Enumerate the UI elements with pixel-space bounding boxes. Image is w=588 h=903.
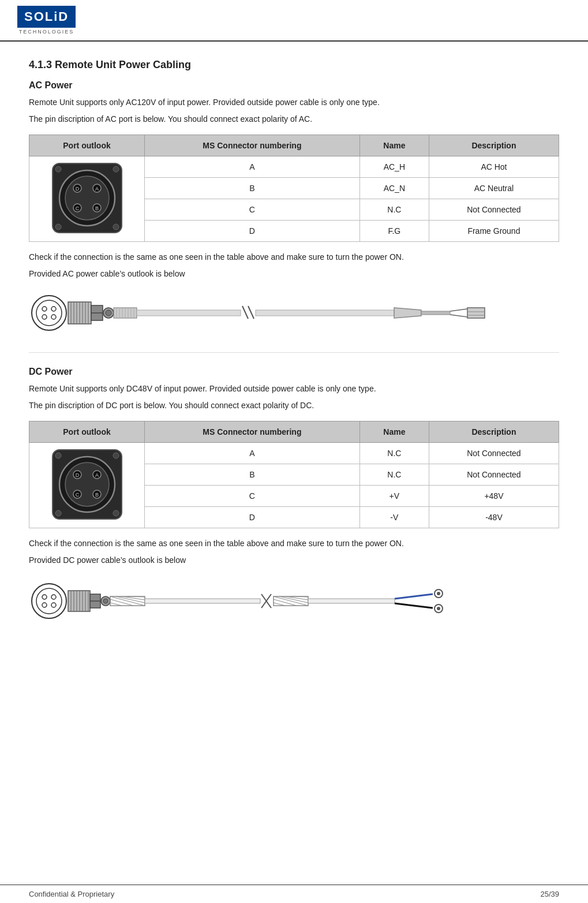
ac-row4-name: F.G bbox=[359, 221, 429, 242]
svg-rect-44 bbox=[256, 310, 394, 316]
section-title: 4.1.3 Remote Unit Power Cabling bbox=[29, 59, 559, 71]
svg-point-108 bbox=[437, 607, 440, 610]
svg-point-106 bbox=[437, 592, 440, 595]
ac-row2-connector: B bbox=[145, 178, 360, 199]
ac-col-connector: MS Connector numbering bbox=[145, 135, 360, 156]
svg-point-84 bbox=[103, 599, 108, 603]
ac-cable-image bbox=[29, 292, 559, 335]
svg-point-14 bbox=[113, 224, 119, 230]
svg-rect-49 bbox=[467, 308, 485, 318]
ac-cable-text: Provided AC power cable’s outlook is bel… bbox=[29, 268, 559, 280]
dc-row4-connector: D bbox=[145, 507, 360, 528]
dc-row2-name: N.C bbox=[359, 464, 429, 486]
ac-connector-svg: A B C D bbox=[47, 158, 128, 238]
ac-row3-connector: C bbox=[145, 199, 360, 221]
svg-point-20 bbox=[51, 315, 56, 319]
svg-text:C: C bbox=[75, 492, 79, 498]
ac-row1-name: AC_H bbox=[359, 156, 429, 178]
dc-row1-connector: A bbox=[145, 443, 360, 464]
ac-col-name: Name bbox=[359, 135, 429, 156]
dc-cable-text: Provided DC power cable’s outlook is bel… bbox=[29, 554, 559, 566]
ac-col-port: Port outlook bbox=[29, 135, 145, 156]
svg-point-15 bbox=[32, 296, 66, 330]
dc-row3-desc: +48V bbox=[429, 486, 559, 507]
table-row: A B C D bbox=[29, 443, 559, 464]
svg-line-100 bbox=[274, 599, 297, 606]
svg-rect-92 bbox=[145, 599, 260, 603]
svg-point-64 bbox=[113, 453, 119, 458]
svg-point-67 bbox=[32, 584, 66, 618]
svg-point-2 bbox=[65, 176, 109, 220]
ac-row3-name: N.C bbox=[359, 199, 429, 221]
page-header: SOLiD TECHNOLOGIES bbox=[0, 0, 588, 42]
ac-para2: The pin discription of AC port is below.… bbox=[29, 113, 559, 125]
dc-para2: The pin discription of DC port is below.… bbox=[29, 400, 559, 412]
dc-row3-name: +V bbox=[359, 486, 429, 507]
svg-point-32 bbox=[106, 310, 111, 316]
dc-connector-svg: A B C D bbox=[47, 444, 128, 525]
footer-left: Confidential & Proprietary bbox=[29, 890, 114, 898]
dc-row4-name: -V bbox=[359, 507, 429, 528]
svg-line-47 bbox=[450, 309, 467, 311]
svg-point-11 bbox=[55, 166, 61, 172]
svg-point-65 bbox=[55, 510, 61, 516]
dc-col-desc: Description bbox=[429, 421, 559, 443]
logo: SOLiD TECHNOLOGIES bbox=[17, 6, 76, 35]
svg-point-68 bbox=[36, 588, 62, 614]
svg-point-71 bbox=[42, 603, 47, 607]
dc-row4-desc: -48V bbox=[429, 507, 559, 528]
logo-text: SOLiD bbox=[17, 6, 76, 28]
dc-row1-name: N.C bbox=[359, 443, 429, 464]
svg-point-19 bbox=[42, 315, 47, 319]
dc-power-section: DC Power Remote Unit supports only DC48V… bbox=[29, 352, 559, 624]
dc-row3-connector: C bbox=[145, 486, 360, 507]
dc-row2-desc: Not Connected bbox=[429, 464, 559, 486]
dc-col-name: Name bbox=[359, 421, 429, 443]
ac-col-desc: Description bbox=[429, 135, 559, 156]
dc-cable-svg bbox=[29, 578, 519, 624]
page-footer: Confidential & Proprietary 25/39 bbox=[0, 885, 588, 903]
svg-text:A: A bbox=[95, 472, 98, 478]
ac-row4-desc: Frame Ground bbox=[429, 221, 559, 242]
svg-point-18 bbox=[51, 307, 56, 311]
svg-text:D: D bbox=[75, 186, 79, 192]
dc-row2-connector: B bbox=[145, 464, 360, 486]
dc-power-title: DC Power bbox=[29, 367, 559, 377]
svg-point-13 bbox=[55, 224, 61, 230]
footer-right: 25/39 bbox=[540, 890, 559, 898]
svg-text:B: B bbox=[95, 492, 98, 498]
ac-row2-desc: AC Neutral bbox=[429, 178, 559, 199]
svg-text:C: C bbox=[75, 206, 79, 211]
svg-line-90 bbox=[110, 599, 133, 606]
ac-row2-name: AC_N bbox=[359, 178, 429, 199]
ac-row4-connector: D bbox=[145, 221, 360, 242]
logo-sub: TECHNOLOGIES bbox=[19, 29, 74, 35]
svg-point-54 bbox=[65, 462, 109, 506]
svg-point-16 bbox=[36, 300, 62, 326]
svg-line-43 bbox=[248, 306, 254, 319]
ac-table: Port outlook MS Connector numbering Name… bbox=[29, 135, 559, 242]
dc-port-image-cell: A B C D bbox=[29, 443, 145, 528]
dc-col-port: Port outlook bbox=[29, 421, 145, 443]
ac-row3-desc: Not Connected bbox=[429, 199, 559, 221]
ac-check-text: Check if the connection is the same as o… bbox=[29, 251, 559, 263]
svg-text:A: A bbox=[95, 186, 98, 192]
dc-para1: Remote Unit supports only DC48V of input… bbox=[29, 383, 559, 395]
dc-table: Port outlook MS Connector numbering Name… bbox=[29, 421, 559, 528]
ac-port-image-cell: A B C D bbox=[29, 156, 145, 242]
dc-col-connector: MS Connector numbering bbox=[145, 421, 360, 443]
dc-row1-desc: Not Connected bbox=[429, 443, 559, 464]
svg-rect-46 bbox=[421, 311, 450, 315]
svg-line-103 bbox=[395, 594, 433, 599]
dc-check-text: Check if the connection is the same as o… bbox=[29, 538, 559, 550]
svg-line-48 bbox=[450, 315, 467, 317]
svg-line-42 bbox=[242, 306, 248, 319]
ac-row1-desc: AC Hot bbox=[429, 156, 559, 178]
table-row: A B C D bbox=[29, 156, 559, 178]
svg-point-70 bbox=[51, 595, 56, 599]
svg-rect-102 bbox=[308, 599, 395, 603]
svg-rect-41 bbox=[137, 310, 241, 316]
svg-text:D: D bbox=[75, 472, 79, 478]
page-content: 4.1.3 Remote Unit Power Cabling AC Power… bbox=[0, 42, 588, 670]
svg-marker-45 bbox=[394, 308, 421, 318]
